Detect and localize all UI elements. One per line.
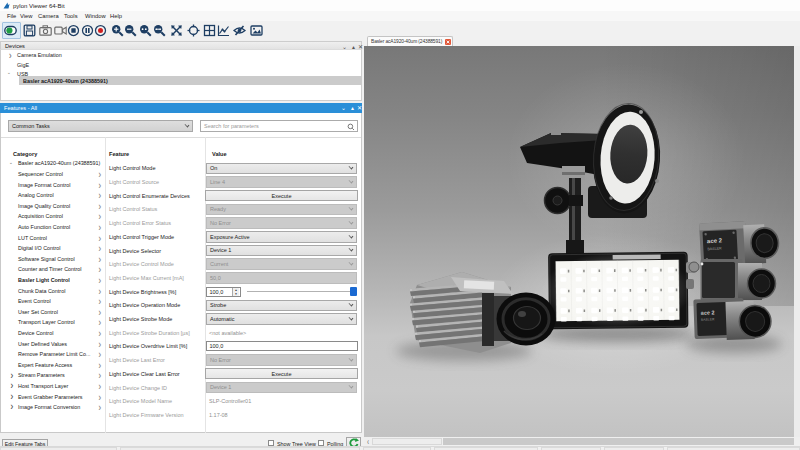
svg-text:ace 2: ace 2 [706,237,722,244]
svg-text:ace 2: ace 2 [700,309,714,315]
svg-text:BASLER: BASLER [700,317,714,321]
svg-text:BASLER: BASLER [707,246,722,251]
